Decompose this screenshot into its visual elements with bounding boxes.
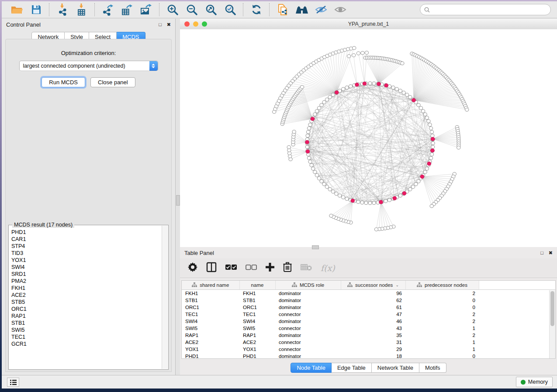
select-all-button[interactable] [225, 264, 237, 272]
control-panel-title: Control Panel [6, 21, 41, 28]
column-header-successor-nodes[interactable]: successor nodes⌄ [341, 281, 405, 290]
mcds-result-item[interactable]: GCR1 [11, 340, 162, 347]
mcds-result-item[interactable]: SRD1 [11, 271, 162, 278]
control-panel-titlebar: Control Panel □ ✖ [2, 19, 175, 30]
refresh-button[interactable] [250, 3, 263, 16]
mcds-result-item[interactable]: CAR1 [11, 236, 162, 243]
cell-MCDS-role: connector [275, 346, 341, 353]
mcds-result-item[interactable]: STB1 [11, 320, 162, 327]
run-mcds-button[interactable]: Run MCDS [42, 77, 85, 87]
horizontal-splitter-grip[interactable] [312, 245, 319, 249]
mcds-result-item[interactable]: PMA2 [11, 278, 162, 285]
table-row[interactable]: STB1STB1dominator620 [182, 297, 555, 304]
mcds-result-item[interactable]: ACE2 [11, 292, 162, 299]
panel-menu-button[interactable] [7, 378, 19, 387]
column-header-MCDS-role[interactable]: MCDS role [275, 281, 341, 290]
column-header-name[interactable]: name [239, 281, 275, 290]
cell-predecessor-nodes: 1 [405, 339, 479, 346]
columns-icon [206, 262, 217, 274]
show-all-button[interactable] [334, 3, 347, 16]
import-table-button[interactable] [75, 3, 88, 16]
table-scrollbar-thumb[interactable] [550, 291, 554, 326]
column-header-shared-name[interactable]: shared name [182, 281, 239, 290]
zoom-in-button[interactable] [166, 3, 179, 16]
cell-successor-nodes: 43 [341, 325, 405, 332]
mcds-result-item[interactable]: ORC1 [11, 306, 162, 313]
search-input[interactable] [432, 6, 547, 13]
columns-button[interactable] [206, 262, 217, 274]
node-table: shared namenameMCDS rolesuccessor nodes⌄… [182, 281, 555, 359]
toolbar-group [160, 3, 243, 16]
hide-selected-button[interactable] [315, 3, 328, 16]
float-panel-icon[interactable]: □ [159, 22, 162, 27]
mcds-result-item[interactable]: SWI5 [11, 327, 162, 334]
export-network-button[interactable] [101, 3, 114, 16]
float-table-panel-icon[interactable]: □ [540, 251, 543, 255]
mcds-result-item[interactable]: TEC1 [11, 334, 162, 340]
mcds-result-item[interactable]: STP4 [11, 243, 162, 250]
table-panel-title: Table Panel [184, 250, 214, 256]
tab-edge-table[interactable]: Edge Table [332, 363, 372, 373]
close-table-panel-icon[interactable]: ✖ [549, 251, 553, 255]
sort-chevron-icon[interactable]: ⌄ [395, 283, 399, 287]
first-neighbors-button[interactable] [295, 3, 308, 16]
delete-table-button[interactable] [301, 263, 312, 273]
mcds-result-item[interactable]: STB5 [11, 299, 162, 306]
table-row[interactable]: PHD1PHD1dominator180 [182, 353, 555, 359]
delete-table-icon [301, 263, 312, 273]
mcds-result-item[interactable]: RAP1 [11, 313, 162, 320]
tab-node-table[interactable]: Node Table [291, 363, 332, 373]
table-row[interactable]: RAP1RAP1dominator352 [182, 332, 555, 339]
mcds-result-item[interactable]: YOX1 [11, 257, 162, 264]
close-panel-button[interactable]: Close panel [90, 77, 135, 87]
table-row[interactable]: TEC1TEC1connector472 [182, 311, 555, 318]
export-table-button[interactable] [121, 3, 134, 16]
tab-network-table[interactable]: Network Table [372, 363, 419, 373]
column-header-predecessor-nodes[interactable]: predecessor nodes [405, 281, 479, 290]
open-file-button[interactable] [10, 3, 24, 16]
zoom-out-button[interactable] [185, 3, 198, 16]
deselect-all-button[interactable] [246, 264, 257, 272]
memory-status-icon [521, 380, 526, 385]
new-network-from-selection-button[interactable] [276, 3, 289, 16]
table-row[interactable]: ORC1ORC1dominator610 [182, 304, 555, 311]
network-titlebar[interactable]: YPA_prune.txt_1 [180, 19, 557, 30]
save-session-button[interactable] [30, 3, 43, 16]
cell-filler [479, 311, 555, 318]
cell-filler [479, 325, 555, 332]
mcds-tab-content: Optimization criterion: largest connecte… [5, 39, 172, 372]
table-row[interactable]: SWI5SWI5connector431 [182, 325, 555, 332]
mcds-result-item[interactable]: FKH1 [11, 285, 162, 292]
network-canvas[interactable] [180, 29, 557, 247]
gear-button[interactable] [188, 262, 197, 274]
add-column-button[interactable] [266, 263, 274, 273]
table-row[interactable]: FKH1FKH1dominator962 [182, 290, 555, 297]
cell-name: SWI4 [239, 318, 275, 325]
export-image-button[interactable] [140, 3, 153, 16]
deselect-all-icon [246, 264, 257, 272]
result-scrollbar[interactable] [162, 226, 168, 369]
node-attribute-icon [292, 282, 297, 288]
table-row[interactable]: YOX1YOX1connector291 [182, 346, 555, 353]
delete-column-button[interactable] [283, 262, 292, 274]
mcds-result-item[interactable]: SWI4 [11, 264, 162, 271]
mcds-result-item[interactable]: PHD1 [11, 229, 162, 236]
tab-motifs[interactable]: Motifs [419, 363, 446, 373]
criterion-dropdown[interactable]: largest connected component (undirected) [19, 61, 158, 71]
cell-predecessor-nodes: 2 [405, 290, 479, 297]
import-network-button[interactable] [56, 3, 69, 16]
search-box[interactable] [420, 4, 551, 15]
table-row[interactable]: ACE2ACE2connector311 [182, 339, 555, 346]
mcds-result-item[interactable]: TID3 [11, 250, 162, 257]
network-graph[interactable] [180, 29, 557, 247]
close-panel-icon[interactable]: ✖ [167, 22, 171, 27]
delete-column-icon [283, 262, 292, 274]
splitter-grip[interactable] [176, 195, 180, 206]
zoom-selected-button[interactable] [224, 3, 237, 16]
memory-button[interactable]: Memory [516, 377, 553, 387]
table-scrollbar[interactable] [549, 290, 555, 358]
zoom-fit-button[interactable] [204, 3, 218, 16]
table-row[interactable]: SWI4SWI4dominator462 [182, 318, 555, 325]
cell-shared-name: PHD1 [182, 353, 239, 359]
function-builder-button[interactable]: f(x) [321, 263, 335, 273]
